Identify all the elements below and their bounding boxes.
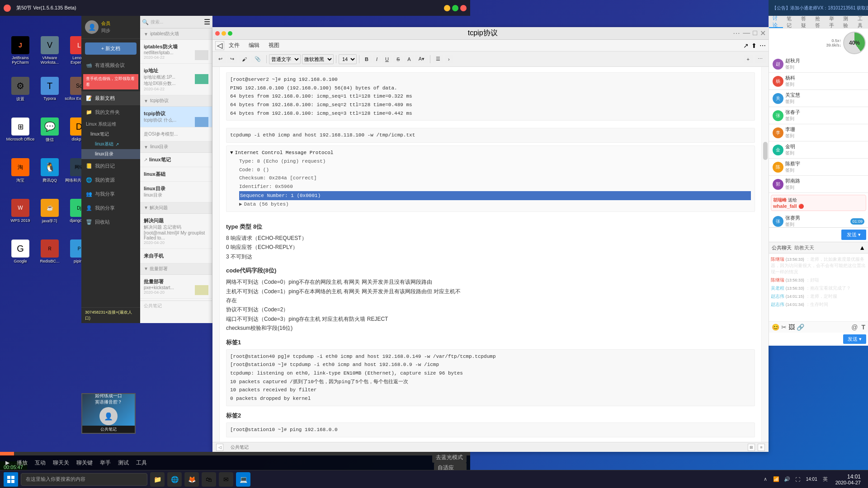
- tab-discussion[interactable]: 讨论: [769, 16, 783, 28]
- redo-button[interactable]: ↪: [227, 55, 237, 63]
- link-icon[interactable]: 🔗: [796, 323, 805, 332]
- tab-key[interactable]: 聊关键: [75, 458, 94, 468]
- sub-folder-basic[interactable]: linux基础 ↗: [81, 139, 140, 149]
- back-button[interactable]: ◁: [215, 41, 224, 50]
- menu-item-edit[interactable]: 编辑: [244, 40, 264, 51]
- win-close[interactable]: [460, 5, 467, 11]
- desktop-icon-microsoft[interactable]: ⊞ Microsoft Office: [5, 117, 36, 141]
- desktop-icon-google[interactable]: G Google: [5, 239, 36, 263]
- tab-interact[interactable]: 互动: [33, 458, 47, 468]
- sidebar-item-my-share[interactable]: 👤 我的分享: [81, 201, 140, 215]
- list-button[interactable]: ☰: [433, 55, 443, 63]
- tree-expand-data[interactable]: ▶: [239, 200, 242, 209]
- tab-chat-close[interactable]: 聊天关: [51, 458, 71, 468]
- underline-button[interactable]: U: [382, 55, 392, 63]
- image-icon[interactable]: 🖼: [788, 323, 796, 332]
- tray-lang[interactable]: 英: [821, 475, 830, 484]
- tab-notes[interactable]: 笔记: [783, 16, 797, 28]
- desktop-icon-java[interactable]: ☕ java学习: [34, 199, 66, 224]
- note-item-linux-dir[interactable]: linux目录 linux目录: [140, 182, 212, 202]
- note-item-osi[interactable]: 是OSI参考模型...: [140, 127, 212, 141]
- menu-item-file[interactable]: 文件: [224, 40, 244, 51]
- more-icon2[interactable]: ⋯: [760, 42, 766, 49]
- more-icon[interactable]: ⋯: [733, 29, 740, 38]
- share-icon4[interactable]: ⬆: [751, 42, 757, 49]
- taskbar-icon-firefox[interactable]: 🦊: [184, 472, 199, 487]
- note-item-iptables[interactable]: iptables防火墙 netfilter/iptab... 2020-04-2…: [140, 40, 212, 64]
- expand-icon[interactable]: ▲: [859, 244, 865, 251]
- tree-expand-icon[interactable]: ▼: [230, 149, 233, 157]
- at-icon[interactable]: @: [850, 323, 859, 332]
- desktop-icon-settings[interactable]: ⚙ 设置: [5, 77, 36, 102]
- new-document-button[interactable]: + 新文档: [85, 42, 137, 55]
- tab-test[interactable]: 测验: [840, 16, 854, 28]
- highlight-button[interactable]: A: [404, 55, 414, 63]
- tab-qa[interactable]: 答疑: [797, 16, 811, 28]
- window-min-icon[interactable]: —: [743, 29, 750, 38]
- taskbar-icon-browser[interactable]: 🌐: [167, 472, 182, 487]
- note-item-ip[interactable]: ip地址 ip地址概述:1P... 地址0X班分数... 2020-04-22: [140, 64, 212, 95]
- sidebar-item-video-conference[interactable]: 📹 有道视频会议: [81, 58, 140, 72]
- maximize-button[interactable]: [228, 31, 232, 36]
- taskbar-icon-store[interactable]: 🛍: [202, 472, 216, 487]
- desktop-icon-vmware[interactable]: V VMware Worksta...: [34, 36, 66, 65]
- public-send-button[interactable]: 发送 ▾: [843, 334, 866, 344]
- bold-button[interactable]: B: [362, 55, 372, 63]
- window-x-icon[interactable]: ✕: [760, 29, 766, 38]
- strikethrough-button[interactable]: S: [393, 55, 403, 63]
- tab-tools2[interactable]: 工具: [134, 458, 149, 468]
- note-item-fix[interactable]: 解决问题 解决问题 忘记密码 [root@mail.html]# My grou…: [140, 214, 212, 249]
- note-item-phone[interactable]: 来自手机: [140, 249, 212, 263]
- close-button[interactable]: [215, 31, 220, 36]
- t-icon[interactable]: T: [860, 323, 866, 332]
- size-select[interactable]: 14: [339, 54, 357, 64]
- sidebar-item-trash[interactable]: 🗑️ 回收站: [81, 215, 140, 229]
- sub-folder-dir-active[interactable]: linux目录: [81, 149, 140, 159]
- sidebar-item-shared-with-me[interactable]: 👥 与我分享: [81, 187, 140, 201]
- sidebar-item-folder[interactable]: 📁 我的文件夹: [81, 105, 140, 119]
- desktop-icon-wps[interactable]: W WPS 2019: [5, 199, 36, 223]
- emoji-icon[interactable]: 😊: [771, 323, 780, 332]
- win-maximize[interactable]: [452, 5, 458, 11]
- paint-button[interactable]: 🖌: [239, 55, 250, 63]
- status-btn-left[interactable]: ◁: [216, 444, 223, 451]
- taskbar-icon-dev[interactable]: 💻: [236, 472, 250, 487]
- context-button[interactable]: ⋯: [755, 55, 766, 63]
- main-window-content[interactable]: [root@server2 ~]# ping 192.168.0.100 PIN…: [220, 67, 761, 442]
- system-clock[interactable]: 14:01 2020-04-27: [832, 474, 864, 485]
- attach-button[interactable]: 📎: [251, 55, 264, 63]
- tray-expand[interactable]: ∧: [761, 475, 770, 484]
- sidebar-item-recent[interactable]: 📝 最新文档: [81, 91, 140, 105]
- more-format-button[interactable]: ›: [445, 55, 453, 63]
- tray-volume[interactable]: 🔊: [783, 475, 792, 484]
- cut-icon[interactable]: ✂: [780, 323, 788, 332]
- desktop-icon-wechat[interactable]: 💬 微信: [34, 117, 66, 143]
- status-btn-grid[interactable]: ⊞: [748, 444, 755, 451]
- desktop-icon-taobao[interactable]: 淘 淘宝: [5, 158, 36, 183]
- desktop-icon-jetbrains[interactable]: J JetBrains PyCharm: [5, 36, 36, 65]
- blue-light-btn[interactable]: 去蓝光模式: [432, 452, 467, 463]
- sidebar-item-resources[interactable]: 🌐 我的资源: [81, 173, 140, 187]
- taskbar-icon-file[interactable]: 📁: [150, 472, 165, 487]
- desktop-icon-typora[interactable]: T Typora: [34, 77, 66, 101]
- promo-banner[interactable]: 查手机也领钱，立即领取看看: [83, 74, 138, 89]
- note-item-linux-basic[interactable]: linux基础: [140, 167, 212, 182]
- window-sq-icon[interactable]: □: [753, 29, 757, 38]
- tab-tools[interactable]: 工具: [854, 16, 868, 28]
- tray-network[interactable]: 📶: [772, 475, 781, 484]
- share-icon3[interactable]: ↗: [743, 42, 749, 49]
- send-button[interactable]: 发送 ▾: [841, 230, 866, 240]
- tab-rush[interactable]: 抢答: [811, 16, 826, 28]
- add-button[interactable]: +: [744, 55, 753, 63]
- tab-hand[interactable]: 举手: [826, 16, 840, 28]
- desktop-icon-redisbc[interactable]: R RedisBC...: [34, 239, 66, 263]
- taskbar-icon-mail[interactable]: ✉: [219, 472, 233, 487]
- minimize-button[interactable]: [222, 31, 226, 36]
- video-progress-bar[interactable]: [0, 452, 470, 455]
- tab-test2[interactable]: 测试: [116, 458, 131, 468]
- menu-icon[interactable]: ☰: [204, 18, 210, 26]
- italic-button[interactable]: I: [373, 55, 381, 63]
- start-button[interactable]: [4, 472, 18, 487]
- tray-fullscreen[interactable]: ⛶: [793, 475, 802, 484]
- menu-item-view[interactable]: 视图: [264, 40, 284, 51]
